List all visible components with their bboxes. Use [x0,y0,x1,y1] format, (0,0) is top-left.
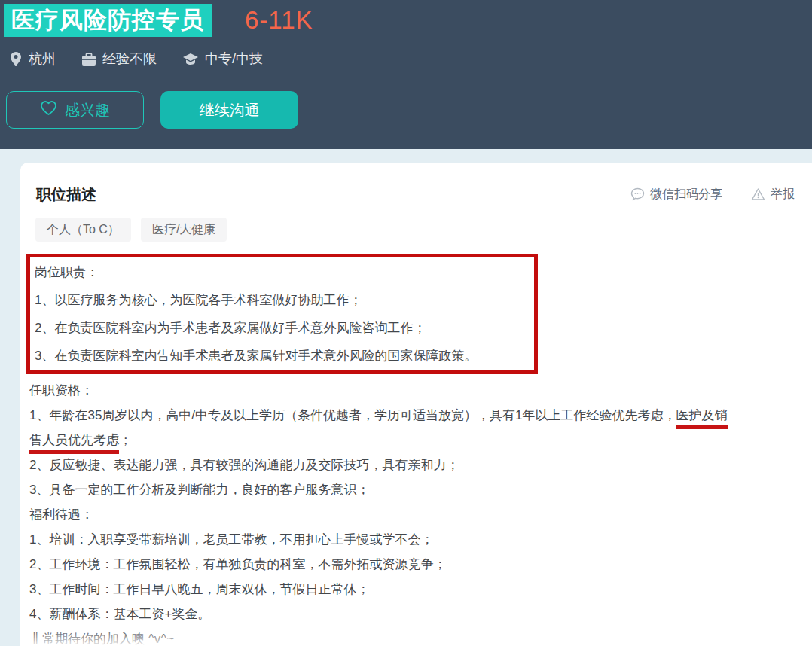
interested-button[interactable]: 感兴趣 [6,91,144,129]
desc-line: 3、在负责医院科室内告知手术患者及家属针对手术意外风险的国家保障政策。 [35,342,534,370]
desc-line: 2、工作环境：工作氛围轻松，有单独负责的科室，不需外拓或资源竞争； [26,552,812,577]
meta-experience-label: 经验不限 [102,50,157,68]
red-annotation-box: 岗位职责： 1、以医疗服务为核心，为医院各手术科室做好协助工作； 2、在负责医院… [26,254,538,374]
chat-bubble-icon [630,187,645,201]
briefcase-icon [81,52,96,66]
report-button[interactable]: 举报 [751,187,795,203]
desc-line: 福利待遇： [26,502,812,527]
job-meta-row: 杭州 经验不限 中专/中技 [9,50,263,68]
action-buttons: 感兴趣 继续沟通 [6,91,298,129]
job-detail-card: 职位描述 微信扫码分享 举报 个人（To C） 医疗/大健康 岗位职责： 1、以… [20,163,812,646]
interested-button-label: 感兴趣 [65,100,110,120]
meta-education-label: 中专/中技 [205,50,263,68]
continue-chat-button[interactable]: 继续沟通 [160,91,298,129]
report-label: 举报 [771,187,795,203]
desc-line: 1、以医疗服务为核心，为医院各手术科室做好协助工作； [35,286,534,314]
card-header: 职位描述 微信扫码分享 举报 [36,185,795,203]
graduation-cap-icon [182,52,199,66]
salary-range: 6-11K [245,6,313,35]
location-pin-icon [9,51,23,66]
desc-line: 任职资格： [26,378,812,403]
job-tags: 个人（To C） 医疗/大健康 [35,218,227,242]
heart-icon [40,100,57,120]
desc-line: 售人员优先考虑； [26,428,812,453]
tag-industry: 医疗/大健康 [141,218,227,242]
desc-line: 3、工作时间：工作日早八晚五，周末双休，节假日正常休； [26,577,812,602]
wechat-share-label: 微信扫码分享 [650,187,722,203]
desc-line: 2、在负责医院科室内为手术患者及家属做好手术意外风险咨询工作； [35,314,534,342]
red-underlined-text: 售人员优先考虑 [29,433,119,454]
wechat-share-button[interactable]: 微信扫码分享 [630,187,722,203]
desc-text: ； [119,433,132,447]
meta-location: 杭州 [9,50,56,68]
meta-location-label: 杭州 [29,50,56,68]
job-header: 医疗风险防控专员 6-11K 杭州 经验不限 中专/中技 感兴 [0,0,812,149]
section-title: 职位描述 [36,185,96,203]
desc-line: 非常期待你的加入噢 ^v^~ [26,626,812,646]
desc-line: 3、具备一定的工作分析及判断能力，良好的客户服务意识； [26,477,812,502]
meta-education: 中专/中技 [182,50,263,68]
desc-line: 岗位职责： [35,258,534,286]
red-underlined-text: 医护及销 [676,408,728,429]
desc-line: 2、反应敏捷、表达能力强，具有较强的沟通能力及交际技巧，具有亲和力； [26,453,812,477]
tag-audience: 个人（To C） [35,218,131,242]
desc-line: 1、年龄在35周岁以内，高中/中专及以上学历（条件优越者，学历可适当放宽），具有… [26,403,812,428]
desc-line: 4、薪酬体系：基本工资+奖金。 [26,602,812,626]
job-title: 医疗风险防控专员 [4,4,212,37]
desc-line: 1、培训：入职享受带薪培训，老员工带教，不用担心上手慢或学不会； [26,527,812,552]
job-description: 岗位职责： 1、以医疗服务为核心，为医院各手术科室做好协助工作； 2、在负责医院… [26,254,812,646]
card-header-actions: 微信扫码分享 举报 [630,187,795,203]
meta-experience: 经验不限 [81,50,157,68]
desc-text: 1、年龄在35周岁以内，高中/中专及以上学历（条件优越者，学历可适当放宽），具有… [29,408,676,422]
warning-triangle-icon [751,187,765,201]
title-row: 医疗风险防控专员 6-11K [4,4,313,37]
